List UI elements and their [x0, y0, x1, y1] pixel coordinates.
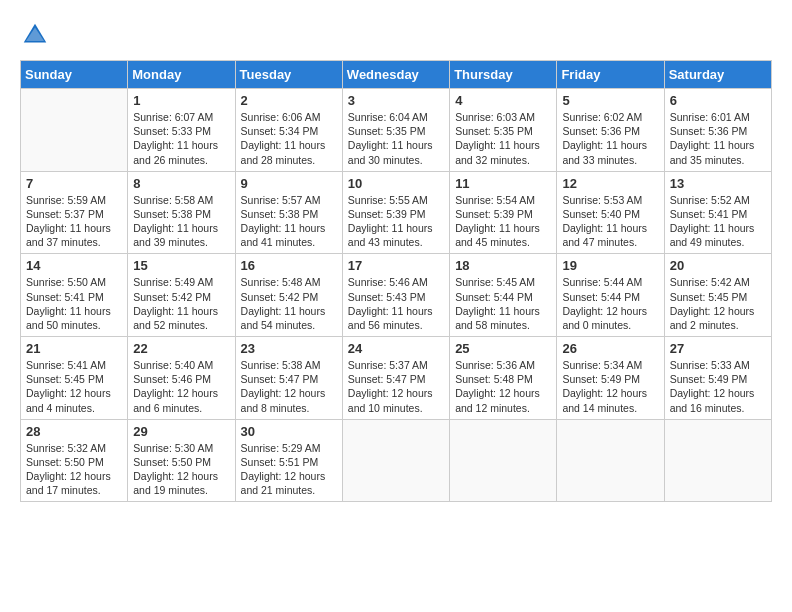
calendar-cell: 26Sunrise: 5:34 AM Sunset: 5:49 PM Dayli… [557, 337, 664, 420]
day-info: Sunrise: 5:30 AM Sunset: 5:50 PM Dayligh… [133, 441, 229, 498]
calendar-cell: 18Sunrise: 5:45 AM Sunset: 5:44 PM Dayli… [450, 254, 557, 337]
day-of-week-header: Monday [128, 61, 235, 89]
day-info: Sunrise: 5:37 AM Sunset: 5:47 PM Dayligh… [348, 358, 444, 415]
calendar-cell: 12Sunrise: 5:53 AM Sunset: 5:40 PM Dayli… [557, 171, 664, 254]
day-number: 18 [455, 258, 551, 273]
day-number: 1 [133, 93, 229, 108]
day-number: 24 [348, 341, 444, 356]
day-number: 26 [562, 341, 658, 356]
day-of-week-header: Friday [557, 61, 664, 89]
calendar-cell: 4Sunrise: 6:03 AM Sunset: 5:35 PM Daylig… [450, 89, 557, 172]
day-number: 23 [241, 341, 337, 356]
day-info: Sunrise: 5:55 AM Sunset: 5:39 PM Dayligh… [348, 193, 444, 250]
day-of-week-header: Tuesday [235, 61, 342, 89]
day-number: 16 [241, 258, 337, 273]
calendar-cell: 15Sunrise: 5:49 AM Sunset: 5:42 PM Dayli… [128, 254, 235, 337]
day-info: Sunrise: 5:36 AM Sunset: 5:48 PM Dayligh… [455, 358, 551, 415]
calendar-cell: 14Sunrise: 5:50 AM Sunset: 5:41 PM Dayli… [21, 254, 128, 337]
day-info: Sunrise: 5:29 AM Sunset: 5:51 PM Dayligh… [241, 441, 337, 498]
calendar-week-row: 1Sunrise: 6:07 AM Sunset: 5:33 PM Daylig… [21, 89, 772, 172]
day-info: Sunrise: 5:33 AM Sunset: 5:49 PM Dayligh… [670, 358, 766, 415]
calendar-cell: 16Sunrise: 5:48 AM Sunset: 5:42 PM Dayli… [235, 254, 342, 337]
day-number: 27 [670, 341, 766, 356]
calendar-cell [664, 419, 771, 502]
calendar-cell: 20Sunrise: 5:42 AM Sunset: 5:45 PM Dayli… [664, 254, 771, 337]
calendar-cell: 28Sunrise: 5:32 AM Sunset: 5:50 PM Dayli… [21, 419, 128, 502]
day-info: Sunrise: 5:42 AM Sunset: 5:45 PM Dayligh… [670, 275, 766, 332]
calendar-cell: 22Sunrise: 5:40 AM Sunset: 5:46 PM Dayli… [128, 337, 235, 420]
day-number: 30 [241, 424, 337, 439]
day-number: 13 [670, 176, 766, 191]
day-info: Sunrise: 6:07 AM Sunset: 5:33 PM Dayligh… [133, 110, 229, 167]
calendar-week-row: 21Sunrise: 5:41 AM Sunset: 5:45 PM Dayli… [21, 337, 772, 420]
day-info: Sunrise: 6:06 AM Sunset: 5:34 PM Dayligh… [241, 110, 337, 167]
day-info: Sunrise: 5:38 AM Sunset: 5:47 PM Dayligh… [241, 358, 337, 415]
day-number: 12 [562, 176, 658, 191]
day-number: 9 [241, 176, 337, 191]
calendar-cell: 9Sunrise: 5:57 AM Sunset: 5:38 PM Daylig… [235, 171, 342, 254]
calendar-cell [21, 89, 128, 172]
calendar-cell: 6Sunrise: 6:01 AM Sunset: 5:36 PM Daylig… [664, 89, 771, 172]
day-number: 20 [670, 258, 766, 273]
day-info: Sunrise: 5:57 AM Sunset: 5:38 PM Dayligh… [241, 193, 337, 250]
day-info: Sunrise: 6:01 AM Sunset: 5:36 PM Dayligh… [670, 110, 766, 167]
day-number: 6 [670, 93, 766, 108]
day-number: 4 [455, 93, 551, 108]
calendar-cell: 1Sunrise: 6:07 AM Sunset: 5:33 PM Daylig… [128, 89, 235, 172]
calendar-cell: 10Sunrise: 5:55 AM Sunset: 5:39 PM Dayli… [342, 171, 449, 254]
logo-icon [20, 20, 50, 50]
calendar-cell: 23Sunrise: 5:38 AM Sunset: 5:47 PM Dayli… [235, 337, 342, 420]
day-info: Sunrise: 5:59 AM Sunset: 5:37 PM Dayligh… [26, 193, 122, 250]
calendar-cell: 17Sunrise: 5:46 AM Sunset: 5:43 PM Dayli… [342, 254, 449, 337]
day-number: 3 [348, 93, 444, 108]
calendar-header-row: SundayMondayTuesdayWednesdayThursdayFrid… [21, 61, 772, 89]
day-info: Sunrise: 6:04 AM Sunset: 5:35 PM Dayligh… [348, 110, 444, 167]
calendar-cell: 3Sunrise: 6:04 AM Sunset: 5:35 PM Daylig… [342, 89, 449, 172]
day-number: 25 [455, 341, 551, 356]
calendar-cell: 25Sunrise: 5:36 AM Sunset: 5:48 PM Dayli… [450, 337, 557, 420]
day-number: 28 [26, 424, 122, 439]
calendar-week-row: 28Sunrise: 5:32 AM Sunset: 5:50 PM Dayli… [21, 419, 772, 502]
calendar-cell: 11Sunrise: 5:54 AM Sunset: 5:39 PM Dayli… [450, 171, 557, 254]
day-number: 29 [133, 424, 229, 439]
calendar-cell [557, 419, 664, 502]
calendar-week-row: 14Sunrise: 5:50 AM Sunset: 5:41 PM Dayli… [21, 254, 772, 337]
day-info: Sunrise: 6:02 AM Sunset: 5:36 PM Dayligh… [562, 110, 658, 167]
day-info: Sunrise: 5:52 AM Sunset: 5:41 PM Dayligh… [670, 193, 766, 250]
day-info: Sunrise: 6:03 AM Sunset: 5:35 PM Dayligh… [455, 110, 551, 167]
day-number: 8 [133, 176, 229, 191]
calendar-cell: 8Sunrise: 5:58 AM Sunset: 5:38 PM Daylig… [128, 171, 235, 254]
calendar-cell: 27Sunrise: 5:33 AM Sunset: 5:49 PM Dayli… [664, 337, 771, 420]
day-info: Sunrise: 5:32 AM Sunset: 5:50 PM Dayligh… [26, 441, 122, 498]
calendar-week-row: 7Sunrise: 5:59 AM Sunset: 5:37 PM Daylig… [21, 171, 772, 254]
day-number: 11 [455, 176, 551, 191]
day-info: Sunrise: 5:44 AM Sunset: 5:44 PM Dayligh… [562, 275, 658, 332]
day-info: Sunrise: 5:50 AM Sunset: 5:41 PM Dayligh… [26, 275, 122, 332]
day-info: Sunrise: 5:46 AM Sunset: 5:43 PM Dayligh… [348, 275, 444, 332]
calendar-cell: 2Sunrise: 6:06 AM Sunset: 5:34 PM Daylig… [235, 89, 342, 172]
day-number: 10 [348, 176, 444, 191]
day-number: 5 [562, 93, 658, 108]
calendar-cell: 21Sunrise: 5:41 AM Sunset: 5:45 PM Dayli… [21, 337, 128, 420]
calendar-cell: 24Sunrise: 5:37 AM Sunset: 5:47 PM Dayli… [342, 337, 449, 420]
logo [20, 20, 54, 50]
day-info: Sunrise: 5:34 AM Sunset: 5:49 PM Dayligh… [562, 358, 658, 415]
calendar-cell: 29Sunrise: 5:30 AM Sunset: 5:50 PM Dayli… [128, 419, 235, 502]
calendar-cell: 7Sunrise: 5:59 AM Sunset: 5:37 PM Daylig… [21, 171, 128, 254]
day-number: 19 [562, 258, 658, 273]
calendar-table: SundayMondayTuesdayWednesdayThursdayFrid… [20, 60, 772, 502]
day-info: Sunrise: 5:48 AM Sunset: 5:42 PM Dayligh… [241, 275, 337, 332]
day-info: Sunrise: 5:40 AM Sunset: 5:46 PM Dayligh… [133, 358, 229, 415]
calendar-cell: 30Sunrise: 5:29 AM Sunset: 5:51 PM Dayli… [235, 419, 342, 502]
calendar-cell [450, 419, 557, 502]
day-number: 15 [133, 258, 229, 273]
calendar-cell: 5Sunrise: 6:02 AM Sunset: 5:36 PM Daylig… [557, 89, 664, 172]
day-number: 17 [348, 258, 444, 273]
day-info: Sunrise: 5:49 AM Sunset: 5:42 PM Dayligh… [133, 275, 229, 332]
day-of-week-header: Sunday [21, 61, 128, 89]
calendar-cell: 13Sunrise: 5:52 AM Sunset: 5:41 PM Dayli… [664, 171, 771, 254]
day-info: Sunrise: 5:41 AM Sunset: 5:45 PM Dayligh… [26, 358, 122, 415]
day-of-week-header: Saturday [664, 61, 771, 89]
page-header [20, 20, 772, 50]
day-number: 7 [26, 176, 122, 191]
